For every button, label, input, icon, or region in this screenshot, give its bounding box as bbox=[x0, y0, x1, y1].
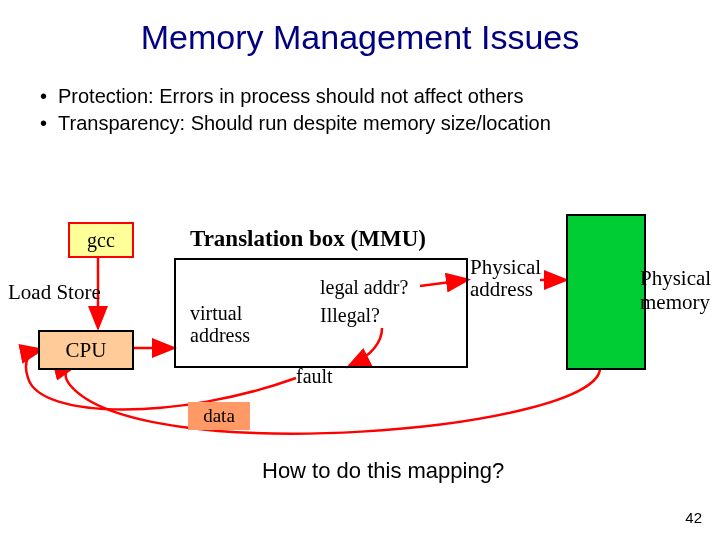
bullet-text-2: Transparency: Should run despite memory … bbox=[58, 112, 551, 134]
bullet-list: •Protection: Errors in process should no… bbox=[40, 85, 720, 135]
page-number: 42 bbox=[685, 509, 702, 526]
bullet-item-transparency: •Transparency: Should run despite memory… bbox=[40, 112, 720, 135]
va-line1: virtual bbox=[190, 302, 242, 324]
bullet-item-protection: •Protection: Errors in process should no… bbox=[40, 85, 720, 108]
mapping-question: How to do this mapping? bbox=[262, 458, 504, 484]
pmem-line2: memory bbox=[640, 290, 710, 314]
fault-label: fault bbox=[296, 365, 333, 388]
mmu-title: Translation box (MMU) bbox=[190, 226, 426, 252]
load-store-label: Load Store bbox=[8, 280, 101, 305]
cpu-box: CPU bbox=[38, 330, 134, 370]
pmem-line1: Physical bbox=[640, 266, 711, 290]
legal-addr-label: legal addr? bbox=[320, 276, 408, 299]
slide-title: Memory Management Issues bbox=[0, 18, 720, 57]
pa-line2: address bbox=[470, 277, 533, 301]
illegal-label: Illegal? bbox=[320, 304, 380, 327]
gcc-process-box: gcc bbox=[68, 222, 134, 258]
physical-memory-label: Physical memory bbox=[640, 266, 720, 314]
diagram-stage: gcc Load Store CPU Translation box (MMU)… bbox=[0, 210, 720, 470]
physical-address-label: Physical address bbox=[470, 256, 541, 300]
data-box: data bbox=[188, 402, 250, 430]
physical-memory-box bbox=[566, 214, 646, 370]
va-line2: address bbox=[190, 324, 250, 346]
pa-line1: Physical bbox=[470, 255, 541, 279]
virtual-address-label: virtual address bbox=[190, 302, 250, 346]
bullet-text-1: Protection: Errors in process should not… bbox=[58, 85, 523, 107]
